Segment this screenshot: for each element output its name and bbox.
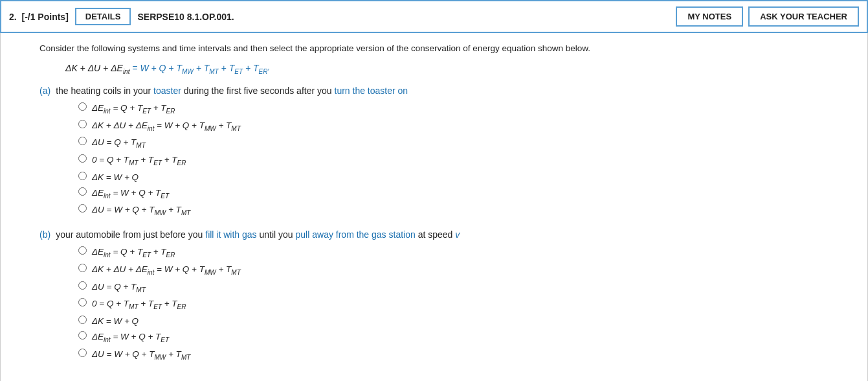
option-b2: ΔK + ΔU + ΔEint = W + Q + TMW + TMT	[92, 264, 241, 276]
q-points: [-/1 Points]	[21, 12, 68, 22]
part-b-text: your automobile from just before you fil…	[56, 229, 460, 240]
radio-a1[interactable]	[78, 102, 87, 111]
list-item: ΔEint = W + Q + TET	[78, 330, 854, 343]
radio-a6[interactable]	[78, 187, 87, 196]
list-item: ΔK + ΔU + ΔEint = W + Q + TMW + TMT	[78, 119, 854, 132]
radio-a4[interactable]	[78, 154, 87, 163]
radio-b6[interactable]	[78, 331, 87, 340]
option-b7: ΔU = W + Q + TMW + TMT	[92, 349, 190, 361]
list-item: ΔEint = Q + TET + TER	[78, 101, 854, 115]
option-b3: ΔU = Q + TMT	[92, 282, 146, 294]
option-a2: ΔK + ΔU + ΔEint = W + Q + TMW + TMT	[92, 121, 241, 132]
radio-b3[interactable]	[78, 281, 87, 290]
part-b-options: ΔEint = Q + TET + TER ΔK + ΔU + ΔEint = …	[78, 245, 854, 360]
part-a-text: the heating coils in your toaster during…	[56, 86, 408, 96]
part-b-header: (b) your automobile from just before you…	[39, 229, 854, 240]
question-header: 2. [-/1 Points] DETAILS SERPSE10 8.1.OP.…	[0, 0, 868, 33]
my-notes-button[interactable]: MY NOTES	[676, 6, 743, 27]
option-a7: ΔU = W + Q + TMW + TMT	[92, 205, 190, 216]
radio-b4[interactable]	[78, 298, 87, 306]
part-b-label: (b)	[39, 229, 50, 240]
option-b5: ΔK = W + Q	[92, 316, 139, 326]
part-b-section: (b) your automobile from just before you…	[39, 229, 854, 360]
list-item: ΔU = Q + TMT	[78, 135, 854, 149]
radio-a7[interactable]	[78, 204, 87, 213]
part-a-label: (a)	[39, 86, 50, 96]
radio-b5[interactable]	[78, 316, 87, 324]
part-a-section: (a) the heating coils in your toaster du…	[39, 86, 854, 216]
list-item: ΔU = W + Q + TMW + TMT	[78, 347, 854, 361]
list-item: ΔU = W + Q + TMW + TMT	[78, 203, 854, 216]
radio-a2[interactable]	[78, 120, 87, 128]
radio-b2[interactable]	[78, 264, 87, 272]
option-a4: 0 = Q + TMT + TET + TER	[92, 155, 186, 167]
radio-a5[interactable]	[78, 172, 87, 180]
problem-id: SERPSE10 8.1.OP.001.	[137, 12, 234, 22]
header-left: 2. [-/1 Points] DETAILS SERPSE10 8.1.OP.…	[9, 8, 669, 25]
ask-teacher-button[interactable]: ASK YOUR TEACHER	[748, 6, 859, 27]
question-content: Consider the following systems and time …	[0, 33, 868, 381]
option-a6: ΔEint = W + Q + TET	[92, 188, 169, 200]
question-number: 2. [-/1 Points]	[9, 12, 69, 22]
list-item: ΔK = W + Q	[78, 170, 854, 182]
list-item: ΔK + ΔU + ΔEint = W + Q + TMW + TMT	[78, 262, 854, 276]
option-a5: ΔK = W + Q	[92, 172, 139, 182]
list-item: ΔK = W + Q	[78, 314, 854, 326]
problem-intro: Consider the following systems and time …	[39, 42, 854, 55]
list-item: 0 = Q + TMT + TET + TER	[78, 297, 854, 310]
option-b1: ΔEint = Q + TET + TER	[92, 247, 175, 259]
part-a-header: (a) the heating coils in your toaster du…	[39, 86, 854, 96]
header-right: MY NOTES ASK YOUR TEACHER	[676, 6, 859, 27]
radio-b1[interactable]	[78, 246, 87, 255]
q-num: 2.	[9, 12, 17, 22]
list-item: ΔU = Q + TMT	[78, 280, 854, 294]
details-button[interactable]: DETAILS	[75, 8, 131, 25]
list-item: 0 = Q + TMT + TET + TER	[78, 153, 854, 167]
list-item: ΔEint = W + Q + TET	[78, 186, 854, 200]
radio-a3[interactable]	[78, 137, 87, 145]
list-item: ΔEint = Q + TET + TER	[78, 245, 854, 259]
option-b6: ΔEint = W + Q + TET	[92, 332, 169, 343]
option-b4: 0 = Q + TMT + TET + TER	[92, 299, 186, 310]
part-a-options: ΔEint = Q + TET + TER ΔK + ΔU + ΔEint = …	[78, 101, 854, 216]
option-a1: ΔEint = Q + TET + TER	[92, 103, 175, 115]
radio-b7[interactable]	[78, 349, 87, 357]
option-a3: ΔU = Q + TMT	[92, 137, 146, 149]
main-equation: ΔK + ΔU + ΔEint = W + Q + TMW + TMT + TE…	[65, 63, 854, 75]
